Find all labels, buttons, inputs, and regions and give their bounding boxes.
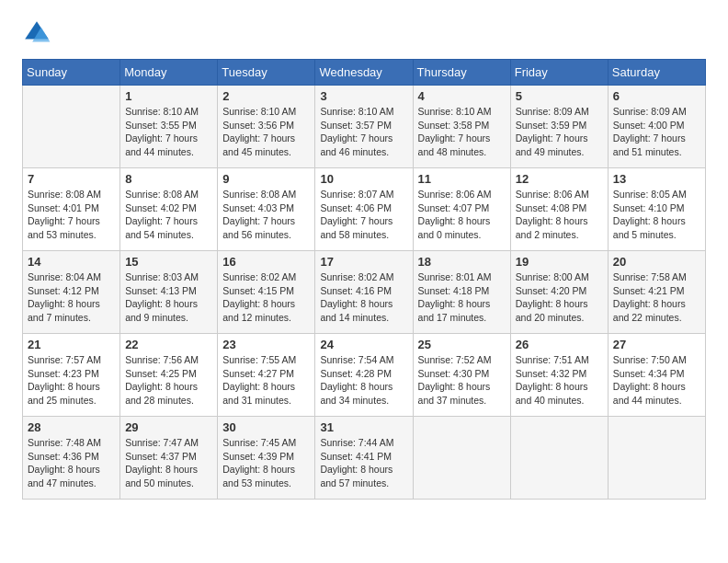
day-number: 11 [418,172,506,186]
day-number: 6 [613,89,700,103]
day-info: Sunrise: 8:10 AMSunset: 3:57 PMDaylight:… [320,105,407,159]
calendar-cell: 23Sunrise: 7:55 AMSunset: 4:27 PMDayligh… [218,334,315,417]
day-number: 29 [125,420,212,434]
calendar-cell: 12Sunrise: 8:06 AMSunset: 4:08 PMDayligh… [510,168,608,251]
day-info: Sunrise: 7:45 AMSunset: 4:39 PMDaylight:… [222,436,310,490]
calendar-cell: 15Sunrise: 8:03 AMSunset: 4:13 PMDayligh… [120,251,218,334]
day-info: Sunrise: 8:00 AMSunset: 4:20 PMDaylight:… [516,270,603,325]
day-info: Sunrise: 8:08 AMSunset: 4:01 PMDaylight:… [28,188,115,242]
calendar-cell: 17Sunrise: 8:02 AMSunset: 4:16 PMDayligh… [315,251,413,334]
day-info: Sunrise: 7:56 AMSunset: 4:25 PMDaylight:… [125,353,212,408]
day-info: Sunrise: 7:52 AMSunset: 4:30 PMDaylight:… [418,353,506,408]
day-info: Sunrise: 7:55 AMSunset: 4:27 PMDaylight:… [222,353,310,408]
day-number: 1 [125,89,212,103]
calendar-cell: 6Sunrise: 8:09 AMSunset: 4:00 PMDaylight… [608,86,705,168]
calendar-cell: 5Sunrise: 8:09 AMSunset: 3:59 PMDaylight… [510,86,608,168]
day-number: 7 [28,172,115,186]
day-info: Sunrise: 8:06 AMSunset: 4:08 PMDaylight:… [516,188,603,242]
day-number: 12 [516,172,603,186]
day-number: 18 [418,255,506,269]
calendar-table: SundayMondayTuesdayWednesdayThursdayFrid… [22,59,706,500]
calendar-cell: 25Sunrise: 7:52 AMSunset: 4:30 PMDayligh… [413,334,510,417]
header-monday: Monday [120,60,218,86]
day-info: Sunrise: 8:08 AMSunset: 4:03 PMDaylight:… [222,188,310,242]
day-number: 10 [320,172,407,186]
calendar-cell [608,417,705,500]
day-info: Sunrise: 7:57 AMSunset: 4:23 PMDaylight:… [28,353,115,408]
calendar-cell: 14Sunrise: 8:04 AMSunset: 4:12 PMDayligh… [23,251,120,334]
day-number: 9 [222,172,310,186]
calendar-cell: 2Sunrise: 8:10 AMSunset: 3:56 PMDaylight… [218,86,315,168]
day-number: 16 [222,255,310,269]
logo-icon [22,18,51,48]
calendar-cell: 31Sunrise: 7:44 AMSunset: 4:41 PMDayligh… [315,417,413,500]
day-info: Sunrise: 8:02 AMSunset: 4:16 PMDaylight:… [320,270,407,325]
logo [22,18,55,48]
calendar-week-1: 1Sunrise: 8:10 AMSunset: 3:55 PMDaylight… [23,86,706,168]
day-number: 14 [28,255,115,269]
calendar-week-3: 14Sunrise: 8:04 AMSunset: 4:12 PMDayligh… [23,251,706,334]
day-info: Sunrise: 8:10 AMSunset: 3:56 PMDaylight:… [222,105,310,159]
day-number: 3 [320,89,407,103]
calendar-cell: 22Sunrise: 7:56 AMSunset: 4:25 PMDayligh… [120,334,218,417]
header-thursday: Thursday [413,60,510,86]
calendar-cell: 9Sunrise: 8:08 AMSunset: 4:03 PMDaylight… [218,168,315,251]
calendar-cell: 8Sunrise: 8:08 AMSunset: 4:02 PMDaylight… [120,168,218,251]
calendar-cell: 30Sunrise: 7:45 AMSunset: 4:39 PMDayligh… [218,417,315,500]
day-info: Sunrise: 8:10 AMSunset: 3:58 PMDaylight:… [418,105,506,159]
day-number: 31 [320,420,407,434]
day-number: 25 [418,338,506,351]
calendar-cell: 28Sunrise: 7:48 AMSunset: 4:36 PMDayligh… [23,417,120,500]
calendar-cell: 1Sunrise: 8:10 AMSunset: 3:55 PMDaylight… [120,86,218,168]
day-number: 4 [418,89,506,103]
day-info: Sunrise: 7:44 AMSunset: 4:41 PMDaylight:… [320,436,407,490]
calendar-cell [413,417,510,500]
day-number: 20 [613,255,700,269]
day-number: 30 [222,420,310,434]
calendar-cell: 21Sunrise: 7:57 AMSunset: 4:23 PMDayligh… [23,334,120,417]
day-info: Sunrise: 8:10 AMSunset: 3:55 PMDaylight:… [125,105,212,159]
calendar-cell: 19Sunrise: 8:00 AMSunset: 4:20 PMDayligh… [510,251,608,334]
calendar-cell [510,417,608,500]
calendar-header-row: SundayMondayTuesdayWednesdayThursdayFrid… [23,60,706,86]
header-sunday: Sunday [23,60,120,86]
day-number: 5 [516,89,603,103]
calendar-cell [23,86,120,168]
calendar-cell: 24Sunrise: 7:54 AMSunset: 4:28 PMDayligh… [315,334,413,417]
calendar-cell: 16Sunrise: 8:02 AMSunset: 4:15 PMDayligh… [218,251,315,334]
calendar-cell: 27Sunrise: 7:50 AMSunset: 4:34 PMDayligh… [608,334,705,417]
header-wednesday: Wednesday [315,60,413,86]
day-info: Sunrise: 7:54 AMSunset: 4:28 PMDaylight:… [320,353,407,408]
day-info: Sunrise: 8:09 AMSunset: 4:00 PMDaylight:… [613,105,700,159]
calendar-cell: 26Sunrise: 7:51 AMSunset: 4:32 PMDayligh… [510,334,608,417]
day-number: 21 [28,338,115,351]
day-info: Sunrise: 7:58 AMSunset: 4:21 PMDaylight:… [613,270,700,325]
day-number: 28 [28,420,115,434]
calendar-week-2: 7Sunrise: 8:08 AMSunset: 4:01 PMDaylight… [23,168,706,251]
day-number: 22 [125,338,212,351]
day-info: Sunrise: 8:06 AMSunset: 4:07 PMDaylight:… [418,188,506,242]
day-info: Sunrise: 8:01 AMSunset: 4:18 PMDaylight:… [418,270,506,325]
calendar-cell: 3Sunrise: 8:10 AMSunset: 3:57 PMDaylight… [315,86,413,168]
day-number: 15 [125,255,212,269]
calendar-cell: 7Sunrise: 8:08 AMSunset: 4:01 PMDaylight… [23,168,120,251]
day-info: Sunrise: 8:04 AMSunset: 4:12 PMDaylight:… [28,270,115,325]
day-number: 2 [222,89,310,103]
day-info: Sunrise: 8:03 AMSunset: 4:13 PMDaylight:… [125,270,212,325]
day-number: 26 [516,338,603,351]
day-number: 24 [320,338,407,351]
day-info: Sunrise: 7:48 AMSunset: 4:36 PMDaylight:… [28,436,115,490]
day-info: Sunrise: 7:47 AMSunset: 4:37 PMDaylight:… [125,436,212,490]
header-saturday: Saturday [608,60,705,86]
day-info: Sunrise: 8:08 AMSunset: 4:02 PMDaylight:… [125,188,212,242]
header-tuesday: Tuesday [218,60,315,86]
calendar-cell: 29Sunrise: 7:47 AMSunset: 4:37 PMDayligh… [120,417,218,500]
day-info: Sunrise: 7:50 AMSunset: 4:34 PMDaylight:… [613,353,700,408]
calendar-cell: 13Sunrise: 8:05 AMSunset: 4:10 PMDayligh… [608,168,705,251]
calendar-cell: 20Sunrise: 7:58 AMSunset: 4:21 PMDayligh… [608,251,705,334]
calendar-cell: 18Sunrise: 8:01 AMSunset: 4:18 PMDayligh… [413,251,510,334]
day-number: 8 [125,172,212,186]
header-friday: Friday [510,60,608,86]
calendar-cell: 10Sunrise: 8:07 AMSunset: 4:06 PMDayligh… [315,168,413,251]
calendar-cell: 11Sunrise: 8:06 AMSunset: 4:07 PMDayligh… [413,168,510,251]
